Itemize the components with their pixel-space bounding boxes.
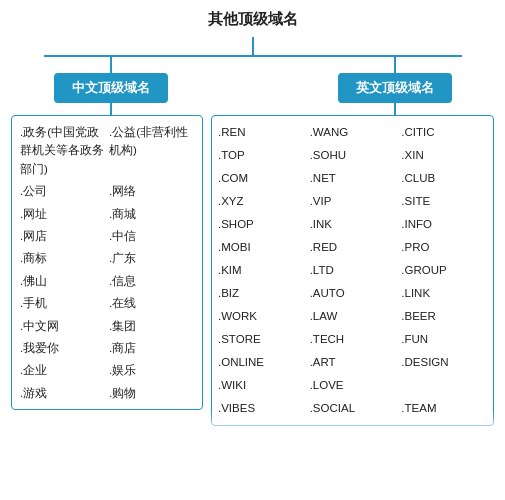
english-domain-item: .NET — [308, 168, 398, 189]
english-domain-item: .AUTO — [308, 283, 398, 304]
chinese-section: .政务(中国党政群机关等各政务部门).公益(非营利性机构).公司.网络.网址.商… — [11, 115, 203, 410]
english-domain-item: .STORE — [216, 329, 306, 350]
sections-row: .政务(中国党政群机关等各政务部门).公益(非营利性机构).公司.网络.网址.商… — [5, 115, 500, 426]
chinese-domain-item: .娱乐 — [109, 360, 194, 380]
english-domain-item: .FUN — [399, 329, 489, 350]
english-domain-item: .BIZ — [216, 283, 306, 304]
english-domain-item: .BEER — [399, 306, 489, 327]
chinese-domain-item: .广东 — [109, 248, 194, 268]
english-domain-item: .DESIGN — [399, 352, 489, 373]
english-domain-item: .TECH — [308, 329, 398, 350]
english-domain-item: .TOP — [216, 145, 306, 166]
chinese-domain-item: .购物 — [109, 383, 194, 403]
chinese-domain-item: .中信 — [109, 226, 194, 246]
english-domain-item — [399, 375, 489, 396]
chinese-domain-item: .集团 — [109, 316, 194, 336]
english-domain-item: .INK — [308, 214, 398, 235]
chinese-domain-item: .信息 — [109, 271, 194, 291]
english-domain-item: .COM — [216, 168, 306, 189]
english-domain-item: .LINK — [399, 283, 489, 304]
page: 其他顶级域名 中文顶级域名 英文顶级域名 — [0, 0, 505, 436]
english-domain-item: .ART — [308, 352, 398, 373]
english-section: .REN.WANG.CITIC.TOP.SOHU.XIN.COM.NET.CLU… — [211, 115, 494, 426]
english-domain-item: .XIN — [399, 145, 489, 166]
chinese-domain-item: .政务(中国党政群机关等各政务部门) — [20, 122, 105, 179]
tree-container: 中文顶级域名 英文顶级域名 .政务(中国党政群机关等各政务部门).公益(非营利性… — [5, 37, 500, 426]
chinese-domain-item: .中文网 — [20, 316, 105, 336]
chinese-domain-item: .网店 — [20, 226, 105, 246]
chinese-domain-item: .公益(非营利性机构) — [109, 122, 194, 179]
chinese-grid: .政务(中国党政群机关等各政务部门).公益(非营利性机构).公司.网络.网址.商… — [20, 122, 194, 403]
english-domain-item: .LOVE — [308, 375, 398, 396]
chinese-domain-item: .企业 — [20, 360, 105, 380]
chinese-domain-item: .商标 — [20, 248, 105, 268]
english-domain-item: .PRO — [399, 237, 489, 258]
chinese-domain-item: .公司 — [20, 181, 105, 201]
english-domain-item: .WORK — [216, 306, 306, 327]
chinese-domain-item: .商店 — [109, 338, 194, 358]
english-domain-item: .XYZ — [216, 191, 306, 212]
chinese-domain-item: .佛山 — [20, 271, 105, 291]
english-domain-item: .VIP — [308, 191, 398, 212]
english-domain-item: .INFO — [399, 214, 489, 235]
english-domain-item: .GROUP — [399, 260, 489, 281]
chinese-domain-item: .手机 — [20, 293, 105, 313]
english-header: 英文顶级域名 — [338, 73, 452, 103]
english-domain-item: .SOHU — [308, 145, 398, 166]
english-domain-item: .RED — [308, 237, 398, 258]
english-domain-item: .CITIC — [399, 122, 489, 143]
english-domain-item: .LTD — [308, 260, 398, 281]
english-domain-item: .KIM — [216, 260, 306, 281]
english-domain-item: .SHOP — [216, 214, 306, 235]
chinese-domain-item: .网络 — [109, 181, 194, 201]
chinese-domain-item: .网址 — [20, 204, 105, 224]
page-title: 其他顶级域名 — [5, 10, 500, 29]
english-domain-item: .LAW — [308, 306, 398, 327]
english-domain-item: .ONLINE — [216, 352, 306, 373]
fade-overlay — [0, 412, 505, 436]
english-domain-item: .WANG — [308, 122, 398, 143]
english-domain-item: .WIKI — [216, 375, 306, 396]
english-domain-item: .SITE — [399, 191, 489, 212]
english-grid: .REN.WANG.CITIC.TOP.SOHU.XIN.COM.NET.CLU… — [216, 122, 489, 419]
english-domain-item: .MOBI — [216, 237, 306, 258]
chinese-domain-item: .商城 — [109, 204, 194, 224]
top-connector-line — [252, 37, 254, 55]
chinese-domain-item: .我爱你 — [20, 338, 105, 358]
english-domain-item: .REN — [216, 122, 306, 143]
chinese-domain-item: .游戏 — [20, 383, 105, 403]
english-domain-item: .CLUB — [399, 168, 489, 189]
chinese-domain-item: .在线 — [109, 293, 194, 313]
chinese-header: 中文顶级域名 — [54, 73, 168, 103]
